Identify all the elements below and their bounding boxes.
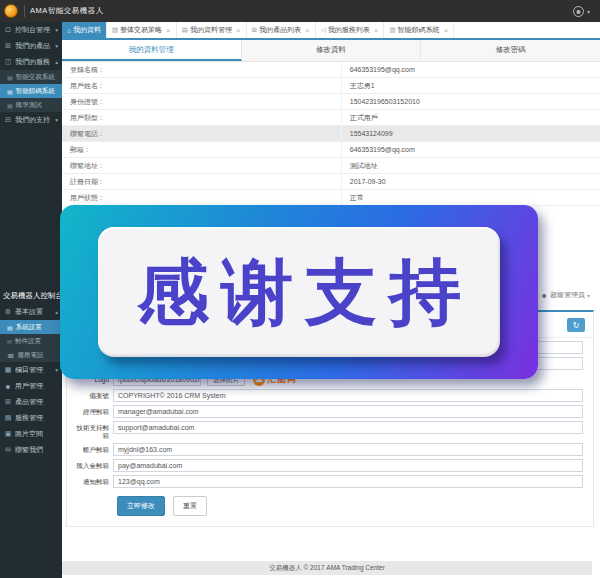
console-item-product-mgmt[interactable]: ⊞ 產品管理 (0, 394, 62, 410)
close-icon[interactable]: × (374, 26, 379, 35)
phone-icon: ☎ (7, 352, 14, 359)
box-icon: ⊞ (4, 398, 12, 406)
console-subitem-label: 郵件設置 (15, 337, 41, 346)
settings-row-support-email: 技術支持郵箱 support@amadubai.com (73, 421, 583, 440)
field-label: 經理郵箱 (73, 405, 113, 416)
row-label: 聯繫地址 : (62, 158, 342, 173)
subtab-profile-mgmt[interactable]: 我的資料管理 (62, 40, 242, 61)
console-item-columns[interactable]: ▦ 欄目管理 ▾ (0, 362, 62, 378)
admin-user-menu[interactable]: ☻ 超級管理員 ▾ (541, 290, 590, 300)
console-item-label: 圖片空間 (15, 429, 43, 439)
table-row: 身份證號 : 150423196503152010 (62, 94, 600, 110)
console-item-basic-settings[interactable]: ⚙ 基本設置 ▴ (0, 304, 62, 320)
sidebar-subitem-label: 智能交易系統 (16, 73, 55, 82)
table-row: 用戶姓名 : 王志勇1 (62, 78, 600, 94)
tab-product-list[interactable]: ⊞ 我的產品列表 × (247, 22, 316, 38)
strategy-icon: ▧ (112, 26, 118, 34)
sidebar-item-console-mgmt[interactable]: ⊡ 控制台管理 ▾ (0, 22, 62, 38)
sidebar-subitem-rate-test[interactable]: ▤ 匯率測試 (0, 98, 62, 112)
row-label: 用戶狀態 : (62, 190, 342, 205)
console-item-image-space[interactable]: ▣ 圖片空間 (0, 426, 62, 442)
profile-icon: ▤ (182, 26, 188, 34)
settings-row-icp: 備案號 COPYRIGHT© 2016 CRM System (73, 389, 583, 402)
reset-button[interactable]: 重置 (173, 496, 207, 516)
field-label: 備案號 (73, 389, 113, 400)
notify-email-input[interactable]: 123@qq.com (113, 475, 583, 488)
table-row: 登錄名稱 : 646353195@qq.com (62, 62, 600, 78)
settings-row-notify-email: 通知郵箱 123@qq.com (73, 475, 583, 488)
refresh-button[interactable]: ↻ (567, 318, 585, 332)
console-subitem-mail-settings[interactable]: ✉ 郵件設置 (0, 334, 62, 348)
sidebar-item-services[interactable]: ◫ 我們的服務 ▴ (0, 54, 62, 70)
doc-icon: ▤ (7, 102, 13, 109)
settings-row-account-email: 帳戶郵箱 myjdnl@163.com (73, 443, 583, 456)
gear-icon: ⚙ (4, 308, 12, 316)
tab-service-list[interactable]: ◁ 我的服務列表 × (316, 22, 385, 38)
chevron-down-icon: ▾ (587, 292, 590, 299)
close-icon[interactable]: × (166, 26, 171, 35)
sidebar-subitem-trade-system[interactable]: ▤ 智能交易系統 (0, 70, 62, 84)
account-email-input[interactable]: myjdnl@163.com (113, 443, 583, 456)
thanks-banner-text: 感谢支持 (125, 256, 473, 328)
chevron-down-icon: ▾ (587, 8, 590, 15)
subtab-edit-profile[interactable]: 修改資料 (242, 40, 422, 61)
admin-user-label: 超級管理員 (550, 290, 585, 300)
field-label: 帳戶郵箱 (73, 443, 113, 454)
row-value: 測試地址 (342, 158, 600, 173)
tab-label: 我的資料 (73, 25, 101, 35)
user-menu[interactable]: ☻ ▾ (573, 6, 590, 17)
tab-profile-mgmt[interactable]: ▤ 我的資料管理 × (177, 22, 247, 38)
icp-input[interactable]: COPYRIGHT© 2016 CRM System (113, 389, 583, 402)
sidebar-item-products[interactable]: ⊞ 我們的產品 ▾ (0, 38, 62, 54)
support-email-input[interactable]: support@amadubai.com (113, 421, 583, 434)
subtab-change-password[interactable]: 修改密碼 (421, 40, 600, 61)
table-row: 聯繫地址 : 測試地址 (62, 158, 600, 174)
doc-icon: ▤ (7, 74, 13, 81)
settings-actions: 立即修改 重置 (117, 496, 583, 516)
sidebar-subitem-lock-system[interactable]: ▤ 智能鎖碼系統 (0, 84, 62, 98)
app-title: AMA智能交易機器人 (30, 6, 104, 16)
close-icon[interactable]: × (305, 26, 310, 35)
field-label: 匯入金郵箱 (73, 459, 113, 470)
tab-lock-system[interactable]: ▥ 智能鎖碼系統 × (384, 22, 454, 38)
pay-email-input[interactable]: pay@amadubai.com (113, 459, 583, 472)
manager-email-input[interactable]: manager@amadubai.com (113, 405, 583, 418)
console-icon: ⊡ (4, 26, 12, 34)
console-item-contact-us[interactable]: ✉ 聯繫我們 (0, 442, 62, 458)
row-label: 登錄名稱 : (62, 62, 342, 77)
console-item-label: 服務管理 (15, 413, 43, 423)
sidebar-subitem-label: 匯率測試 (16, 101, 42, 110)
sidebar-item-label: 我們的服務 (15, 57, 50, 67)
console-item-label: 基本設置 (15, 307, 43, 317)
user-icon: ☻ (573, 6, 584, 17)
close-icon[interactable]: × (236, 26, 241, 35)
close-icon[interactable]: × (444, 26, 449, 35)
table-row: 用戶狀態 : 正常 (62, 190, 600, 206)
console-subitem-service-phone[interactable]: ☎ 服務電話 (0, 348, 62, 362)
console-subitem-system-settings[interactable]: ▤ 系統設置 (0, 320, 62, 334)
field-label: 技術支持郵箱 (73, 421, 113, 440)
row-label: 聯繫電話 : (62, 126, 342, 141)
tab-my-profile[interactable]: ⌂ 我的資料 (62, 22, 107, 38)
row-value: 15543124099 (342, 126, 600, 141)
chevron-down-icon: ▾ (55, 27, 58, 33)
tab-trade-strategy[interactable]: ▧ 整体交易策略 × (107, 22, 177, 38)
submit-button[interactable]: 立即修改 (117, 496, 165, 516)
sidebar-subitem-label: 智能鎖碼系統 (16, 87, 55, 96)
console-item-service-mgmt[interactable]: ▤ 服務管理 (0, 410, 62, 426)
doc-icon: ▤ (7, 324, 13, 331)
chevron-down-icon: ▾ (55, 43, 58, 49)
row-value: 正式用戶 (342, 110, 600, 125)
row-label: 身份證號 : (62, 94, 342, 109)
console-item-users[interactable]: ☻ 用戶管理 (0, 378, 62, 394)
table-row: 用戶類型 : 正式用戶 (62, 110, 600, 126)
doc-icon: ▤ (4, 414, 12, 422)
row-label: 註冊日期 : (62, 174, 342, 189)
thanks-banner: 感谢支持 (60, 205, 538, 379)
tab-label: 我的服務列表 (328, 25, 370, 35)
row-value: 2017-09-30 (342, 174, 600, 189)
image-icon: ▣ (4, 430, 12, 438)
app-logo-icon (4, 4, 18, 18)
field-label: 通知郵箱 (73, 475, 113, 486)
sidebar-item-support[interactable]: ⊟ 我們的支持 ▾ (0, 112, 62, 128)
